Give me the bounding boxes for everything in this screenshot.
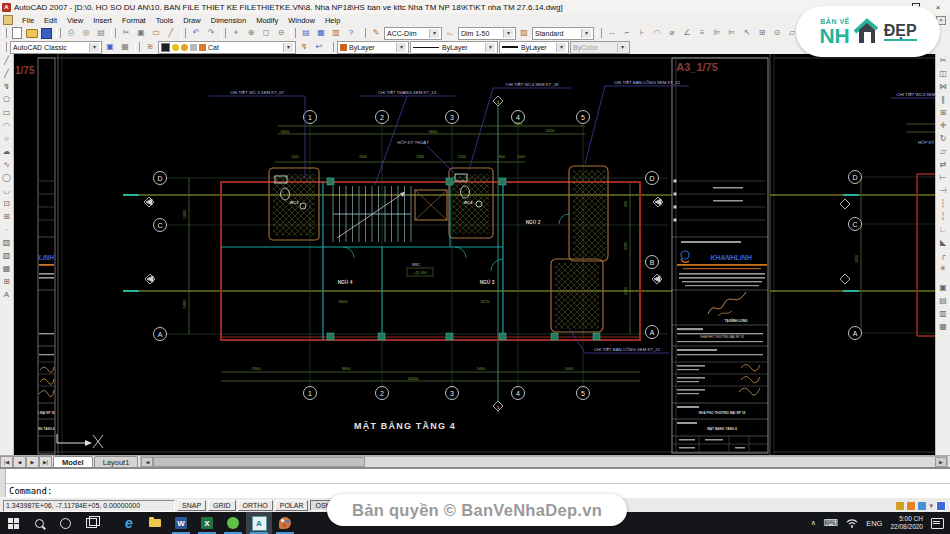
- quick-leader-icon[interactable]: ↖: [740, 26, 754, 40]
- ellipse-arc-icon[interactable]: ◡: [1, 184, 13, 197]
- menu-window[interactable]: Window: [283, 16, 320, 25]
- scrollbar-thumb[interactable]: [153, 457, 365, 467]
- zoom-previous-icon[interactable]: ⊖: [274, 26, 288, 40]
- search-button[interactable]: [26, 512, 52, 534]
- designcenter-icon[interactable]: ▦: [314, 26, 328, 40]
- redo-icon[interactable]: ↷: [204, 26, 218, 40]
- layer-previous-icon[interactable]: ↩: [312, 40, 326, 54]
- toolbar-grip[interactable]: [181, 28, 186, 38]
- toolbar-grip[interactable]: [597, 28, 602, 38]
- taskbar-paint[interactable]: [272, 512, 298, 534]
- menu-edit[interactable]: Edit: [39, 16, 62, 25]
- open-file-icon[interactable]: [26, 29, 38, 38]
- language-indicator[interactable]: ENG: [866, 519, 882, 528]
- layer-combo[interactable]: Cat▾: [158, 41, 296, 54]
- my-workspace-icon[interactable]: ▦: [118, 40, 132, 54]
- menu-insert[interactable]: Insert: [88, 16, 117, 25]
- plot-icon[interactable]: ⎙: [64, 26, 78, 40]
- draworder-above-icon[interactable]: ▥: [937, 307, 949, 320]
- tray-chevron-icon[interactable]: ∧: [811, 519, 816, 527]
- toolbar-grip[interactable]: [2, 42, 7, 52]
- move-icon[interactable]: ✛: [937, 119, 949, 132]
- menu-modify[interactable]: Modify: [251, 16, 283, 25]
- center-mark-icon[interactable]: ⊙: [770, 26, 784, 40]
- make-block-icon[interactable]: ⊞: [1, 210, 13, 223]
- line-icon[interactable]: ╱: [1, 54, 13, 67]
- taskbar-word[interactable]: W: [168, 512, 194, 534]
- toolbar-grip[interactable]: [221, 28, 226, 38]
- radius-dimension-icon[interactable]: ◠: [650, 26, 664, 40]
- plot-preview-icon[interactable]: ◎: [79, 26, 93, 40]
- mirror-icon[interactable]: ⋈: [937, 80, 949, 93]
- toolbar-grip[interactable]: [291, 28, 296, 38]
- baseline-dimension-icon[interactable]: ⊫: [710, 26, 724, 40]
- start-button[interactable]: [0, 512, 26, 534]
- status-tray-arrow-icon[interactable]: ▾: [929, 502, 933, 510]
- draworder-front-icon[interactable]: ▣: [937, 281, 949, 294]
- point-icon[interactable]: ∙: [1, 223, 13, 236]
- menu-view[interactable]: View: [62, 16, 88, 25]
- match-properties-icon[interactable]: ╱: [164, 26, 178, 40]
- construction-line-icon[interactable]: ╱: [1, 67, 13, 80]
- draworder-under-icon[interactable]: ▦: [937, 320, 949, 333]
- insert-block-icon[interactable]: ⊡: [1, 197, 13, 210]
- cut-icon[interactable]: ✂: [119, 26, 133, 40]
- polar-toggle[interactable]: POLAR: [275, 500, 309, 511]
- copy-icon[interactable]: ▣: [134, 26, 148, 40]
- quick-dimension-icon[interactable]: ≡: [695, 26, 709, 40]
- taskbar-edge[interactable]: e: [116, 512, 142, 534]
- toolbar-grip[interactable]: [135, 42, 140, 52]
- properties-palette-icon[interactable]: ▤: [299, 26, 313, 40]
- new-file-icon[interactable]: [12, 27, 22, 39]
- trim-icon[interactable]: ⊢: [937, 171, 949, 184]
- ortho-toggle[interactable]: ORTHO: [238, 500, 273, 511]
- dim-scale-icon[interactable]: ⌳: [443, 26, 457, 40]
- tool-palettes-icon[interactable]: ▥: [329, 26, 343, 40]
- snap-toggle[interactable]: SNAP: [177, 500, 206, 511]
- fillet-icon[interactable]: ╭: [937, 249, 949, 262]
- aligned-dimension-icon[interactable]: ⌐: [620, 26, 634, 40]
- scale-icon[interactable]: ▱: [937, 145, 949, 158]
- taskbar-green-app[interactable]: [220, 512, 246, 534]
- lineweight-combo[interactable]: ByLayer▾: [499, 41, 569, 54]
- join-icon[interactable]: ∟: [937, 223, 949, 236]
- text-style-combo[interactable]: Standard▾: [532, 27, 594, 40]
- workspace-combo[interactable]: AutoCAD Classic▾: [10, 41, 102, 54]
- undo-icon[interactable]: ↶: [189, 26, 203, 40]
- copy-object-icon[interactable]: ◫: [937, 67, 949, 80]
- taskbar-excel[interactable]: X: [194, 512, 220, 534]
- close-button[interactable]: ×: [932, 3, 944, 12]
- chamfer-icon[interactable]: ◣: [937, 236, 949, 249]
- rotate-icon[interactable]: ↻: [937, 132, 949, 145]
- region-icon[interactable]: ▦: [1, 262, 13, 275]
- break-point-icon[interactable]: ┆: [937, 197, 949, 210]
- toolbar-grip[interactable]: [329, 42, 334, 52]
- grid-toggle[interactable]: GRID: [208, 500, 236, 511]
- scroll-left-arrow[interactable]: ◀: [141, 457, 153, 467]
- coordinates-readout[interactable]: 1.343987E+06, -7.11784E+05, 0.00000000: [3, 500, 175, 512]
- explode-icon[interactable]: ✳: [937, 262, 949, 275]
- toolbar-grip[interactable]: [361, 28, 366, 38]
- linetype-combo[interactable]: ByLayer▾: [410, 41, 498, 54]
- erase-icon[interactable]: ✂: [937, 54, 949, 67]
- dim-style-combo[interactable]: ACC-Dim▾: [384, 27, 442, 40]
- continue-dimension-icon[interactable]: ⊨: [725, 26, 739, 40]
- gradient-icon[interactable]: ▧: [1, 249, 13, 262]
- scroll-right-arrow[interactable]: ▶: [935, 457, 947, 467]
- dim-scale-combo[interactable]: Dim 1-50▾: [458, 27, 516, 40]
- extend-icon[interactable]: ⊣: [937, 184, 949, 197]
- task-view-button[interactable]: [78, 512, 104, 534]
- draworder-back-icon[interactable]: ▤: [937, 294, 949, 307]
- save-file-icon[interactable]: [41, 28, 52, 39]
- zoom-realtime-icon[interactable]: ⊕: [244, 26, 258, 40]
- annotation-icon[interactable]: [896, 502, 904, 510]
- table-icon[interactable]: ⊞: [1, 275, 13, 288]
- toolbar-lock-icon[interactable]: [907, 502, 915, 510]
- toolbar-grip[interactable]: [111, 28, 116, 38]
- color-combo[interactable]: ByLayer▾: [337, 41, 409, 54]
- make-layer-current-icon[interactable]: ↯: [297, 40, 311, 54]
- circle-icon[interactable]: ○: [1, 132, 13, 145]
- text-style-icon[interactable]: ▨: [517, 26, 531, 40]
- linear-dimension-icon[interactable]: ↔: [605, 26, 619, 40]
- toolbar-grip[interactable]: [2, 28, 7, 38]
